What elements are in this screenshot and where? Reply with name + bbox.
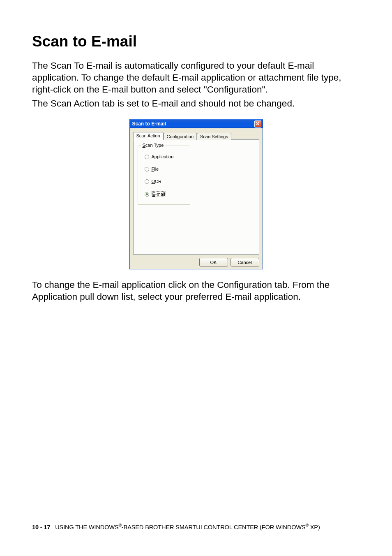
radio-file[interactable]: File bbox=[145, 167, 186, 171]
radio-icon bbox=[145, 179, 149, 184]
scan-to-email-dialog: Scan to E-mail ✕ Scan Action Configurati… bbox=[129, 119, 263, 269]
cancel-button[interactable]: Cancel bbox=[231, 258, 259, 266]
scan-type-group-label: Scan Type bbox=[141, 143, 165, 148]
page-heading: Scan to E-mail bbox=[32, 33, 360, 50]
dialog-title: Scan to E-mail bbox=[132, 121, 166, 127]
radio-icon bbox=[145, 167, 149, 171]
tab-strip: Scan Action Configuration Scan Settings bbox=[133, 132, 259, 139]
radio-icon bbox=[145, 192, 149, 197]
dialog-screenshot: Scan to E-mail ✕ Scan Action Configurati… bbox=[32, 119, 360, 269]
ok-button[interactable]: OK bbox=[199, 258, 228, 266]
radio-application-label: Application bbox=[152, 154, 174, 159]
footer-text-pre: USING THE WINDOWS bbox=[55, 524, 118, 531]
radio-email[interactable]: E-mail bbox=[145, 191, 186, 197]
scan-type-label-rest: can Type bbox=[145, 143, 164, 148]
close-button[interactable]: ✕ bbox=[254, 120, 261, 127]
outro-paragraph: To change the E-mail application click o… bbox=[32, 279, 360, 303]
dialog-body: Scan Action Configuration Scan Settings … bbox=[130, 128, 263, 269]
intro-paragraph-1: The Scan To E-mail is automatically conf… bbox=[32, 60, 360, 95]
radio-icon bbox=[145, 155, 149, 159]
radio-ocr[interactable]: OCR bbox=[145, 179, 186, 184]
dialog-titlebar: Scan to E-mail ✕ bbox=[130, 119, 263, 128]
tab-configuration[interactable]: Configuration bbox=[164, 133, 197, 140]
scan-type-label-underline: S bbox=[143, 143, 145, 148]
tab-scan-settings[interactable]: Scan Settings bbox=[197, 133, 231, 140]
radio-ocr-label: OCR bbox=[152, 179, 161, 184]
radio-file-label: File bbox=[152, 167, 159, 171]
dialog-button-row: OK Cancel bbox=[133, 258, 259, 266]
footer-text-mid: -BASED BROTHER SMARTUI CONTROL CENTER (F… bbox=[122, 524, 306, 531]
registered-icon: ® bbox=[306, 523, 309, 528]
scan-type-group: Scan Type Application File OCR bbox=[138, 146, 190, 205]
registered-icon: ® bbox=[119, 523, 122, 528]
radio-application[interactable]: Application bbox=[145, 154, 186, 159]
intro-paragraph-2: The Scan Action tab is set to E-mail and… bbox=[32, 98, 360, 110]
page-number: 10 - 17 bbox=[32, 524, 50, 531]
footer-text-post: XP) bbox=[309, 524, 320, 531]
tab-scan-action[interactable]: Scan Action bbox=[133, 132, 164, 140]
tab-panel-scan-action: Scan Type Application File OCR bbox=[133, 139, 259, 255]
radio-email-label: E-mail bbox=[152, 191, 166, 197]
page-footer: 10 - 17 USING THE WINDOWS®-BASED BROTHER… bbox=[32, 523, 360, 531]
close-icon: ✕ bbox=[256, 121, 260, 126]
